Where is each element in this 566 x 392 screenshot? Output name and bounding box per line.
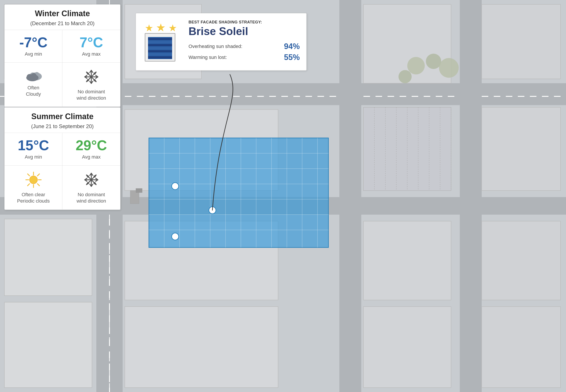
svg-point-129 (90, 179, 92, 181)
svg-rect-9 (4, 219, 92, 296)
svg-point-32 (426, 54, 441, 69)
summer-temp-min-label: Avg min (9, 154, 58, 160)
shading-stat-1: Overheating sun shaded: 94% (189, 42, 300, 51)
winter-temp-max-cell: 7°C Avg max (62, 30, 120, 63)
summer-sun-cell: Often clearPeriodic clouds (5, 166, 62, 210)
summer-temp-max: 29°C (67, 139, 116, 153)
cloud-icon (9, 68, 58, 82)
facade-window (145, 33, 175, 62)
winter-wind-label: No dominantwind direction (67, 89, 116, 101)
svg-rect-44 (149, 138, 329, 248)
svg-point-64 (172, 183, 179, 190)
summer-temp-max-cell: 29°C Avg max (62, 133, 120, 166)
svg-line-106 (37, 174, 40, 176)
summer-wind-cell: No dominantwind direction (62, 166, 120, 210)
svg-rect-10 (4, 302, 92, 388)
summer-wind-label: No dominantwind direction (67, 192, 116, 204)
winter-wind-icon (67, 68, 116, 86)
svg-rect-4 (339, 0, 361, 392)
winter-temp-min-label: Avg min (9, 51, 58, 57)
shading-illustration-area: ★ ★ ★ (142, 22, 182, 62)
svg-rect-5 (460, 0, 482, 392)
summer-temp-min: 15°C (9, 139, 58, 153)
winter-grid: -7°C Avg min 7°C Avg max O (5, 30, 120, 107)
svg-point-33 (439, 58, 459, 78)
summer-grid: 15°C Avg min 29°C Avg max (5, 133, 120, 210)
winter-title: Winter Climate (5, 5, 120, 20)
shading-stat-2: Warming sun lost: 55% (189, 53, 300, 62)
svg-point-34 (399, 70, 412, 83)
svg-line-107 (28, 184, 29, 186)
summer-title: Summer Climate (5, 108, 120, 123)
shading-stat2-value: 55% (284, 53, 300, 62)
summer-subtitle: (June 21 to September 20) (5, 123, 120, 133)
svg-rect-18 (363, 307, 451, 388)
summer-climate-card: Summer Climate (June 21 to September 20)… (4, 107, 120, 210)
winter-subtitle: (December 21 to March 20) (5, 20, 120, 30)
svg-rect-72 (136, 188, 142, 193)
svg-point-78 (31, 73, 37, 79)
facade-shading-card: ★ ★ ★ BEST FACADE SHADING STRATEGY: Bris… (136, 13, 306, 70)
shading-stat1-label: Overheating sun shaded: (189, 43, 242, 49)
shading-info-area: BEST FACADE SHADING STRATEGY: Brise Sole… (189, 20, 300, 64)
svg-line-104 (28, 174, 29, 176)
svg-point-108 (29, 176, 37, 184)
winter-temp-min: -7°C (9, 35, 58, 50)
shading-strategy-name: Brise Soleil (189, 25, 300, 37)
svg-point-31 (407, 57, 425, 74)
sun-icon (9, 171, 58, 189)
winter-climate-card: Winter Climate (December 21 to March 20)… (4, 4, 120, 107)
winter-temp-max-label: Avg max (67, 51, 116, 57)
svg-point-62 (172, 233, 179, 240)
winter-cloud-cell: OftenCloudy (5, 63, 62, 107)
svg-rect-21 (482, 221, 561, 300)
shading-stat2-label: Warming sun lost: (189, 55, 227, 60)
summer-temp-max-label: Avg max (67, 154, 116, 160)
svg-point-99 (90, 76, 92, 78)
rating-stars: ★ ★ ★ (145, 22, 177, 33)
winter-temp-min-cell: -7°C Avg min (5, 30, 62, 63)
winter-temp-max: 7°C (67, 35, 116, 50)
svg-line-105 (37, 184, 40, 186)
summer-sun-label: Often clearPeriodic clouds (9, 192, 58, 204)
svg-rect-22 (482, 307, 561, 388)
svg-rect-17 (363, 221, 451, 300)
svg-rect-20 (482, 107, 561, 191)
winter-wind-cell: No dominantwind direction (62, 63, 120, 107)
winter-cloud-label: OftenCloudy (9, 85, 58, 97)
shading-stat1-value: 94% (284, 42, 300, 51)
shading-strategy-label: BEST FACADE SHADING STRATEGY: (189, 20, 300, 25)
summer-wind-icon (67, 171, 116, 189)
facade-blinds (148, 37, 172, 59)
summer-temp-min-cell: 15°C Avg min (5, 133, 62, 166)
svg-rect-14 (125, 307, 278, 388)
svg-rect-19 (482, 4, 561, 79)
